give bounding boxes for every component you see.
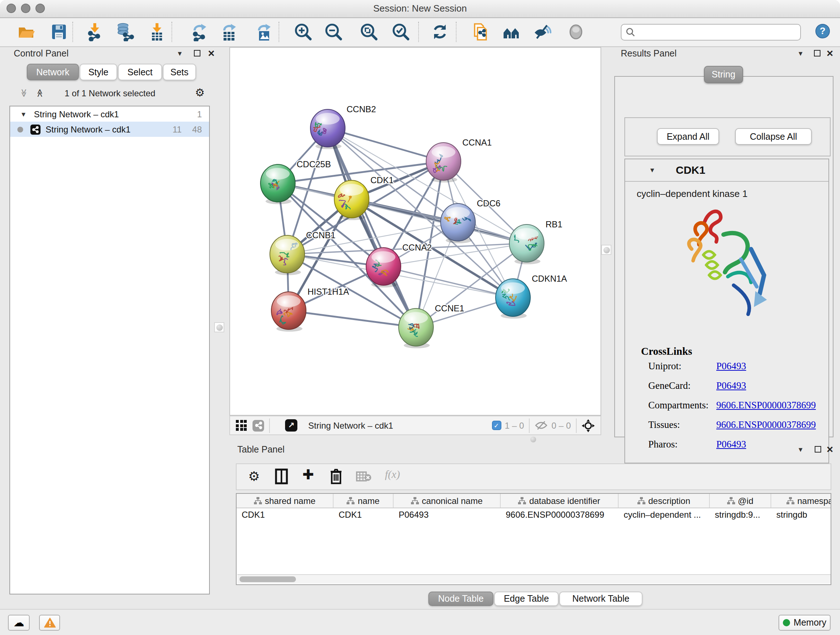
tab-network-table[interactable]: Network Table [559, 592, 643, 606]
search-input[interactable] [638, 25, 800, 40]
refresh-network-button[interactable] [430, 22, 450, 42]
new-network-from-selection-button[interactable] [470, 22, 491, 42]
export-image-button[interactable] [254, 22, 274, 42]
selection-status-text: 1 of 1 Network selected [9, 88, 210, 98]
export-table-button[interactable] [219, 22, 240, 42]
column-header--id[interactable]: @id [710, 494, 771, 508]
edge-HIST1H1A-CCNE1[interactable] [289, 310, 416, 327]
node-label-CCNB1: CCNB1 [306, 230, 335, 240]
export-network-button[interactable] [190, 22, 210, 42]
table-options-gear-icon[interactable]: ⚙ [248, 469, 260, 484]
left-splitter-handle[interactable] [214, 322, 224, 333]
zoom-fit-button[interactable] [359, 22, 379, 42]
column-header-description[interactable]: description [619, 494, 710, 508]
node-table[interactable]: shared namenamecanonical namedatabase id… [236, 493, 831, 585]
panel-float-icon[interactable] [194, 50, 201, 57]
memory-status-dot [783, 619, 790, 626]
grid-view-icon[interactable] [236, 420, 247, 431]
panel-close-icon[interactable]: ✕ [208, 49, 215, 59]
string-view-icon[interactable] [253, 420, 264, 431]
tab-string[interactable]: String [704, 66, 743, 83]
tab-style[interactable]: Style [80, 64, 117, 80]
open-in-browser-button[interactable]: ↗ [285, 419, 297, 432]
function-builder-icon: f(x) [385, 469, 400, 481]
node-RB1[interactable]: RB1 [509, 219, 562, 264]
snapshot-button[interactable] [566, 22, 586, 42]
network-view-title: String Network – cdk1 [308, 420, 393, 431]
panel-float-icon[interactable] [814, 50, 821, 57]
tab-sets[interactable]: Sets [163, 64, 196, 80]
tab-network[interactable]: Network [27, 64, 79, 80]
panel-close-icon[interactable]: ✕ [826, 49, 834, 59]
tab-edge-table[interactable]: Edge Table [494, 592, 559, 606]
memory-button[interactable]: Memory [778, 615, 831, 631]
network-row[interactable]: String Network – cdk1 11 48 [10, 122, 209, 137]
panel-float-icon[interactable] [815, 446, 821, 453]
toolbar-separator [418, 22, 419, 42]
hidden-eye-icon [535, 421, 548, 430]
main-toolbar: ? [0, 18, 840, 47]
tab-node-table[interactable]: Node Table [428, 592, 493, 606]
crosslink-link[interactable]: 9606.ENSP00000378699 [716, 400, 816, 411]
node-CDKN1A[interactable]: CDKN1A [496, 274, 567, 318]
table-row[interactable]: CDK1CDK1P064939606.ENSP00000378699cyclin… [237, 508, 831, 522]
crosslink-link[interactable]: P06493 [716, 361, 746, 372]
help-button[interactable]: ? [815, 24, 830, 38]
network-graph[interactable]: CCNB2CCNA1CDC25BCDK1CDC6RB1CCNB1CCNA2CDK… [230, 48, 600, 415]
node-HIST1H1A[interactable]: HIST1H1A [271, 287, 349, 332]
node-CDC6[interactable]: CDC6 [441, 198, 500, 243]
cloud-button[interactable]: ☁ [8, 615, 30, 631]
column-header-database-identifier[interactable]: database identifier [501, 494, 619, 508]
zoom-selected-icon [392, 22, 410, 41]
panel-collapse-icon[interactable]: ▼ [797, 50, 804, 57]
network-options-gear-icon[interactable]: ⚙ [195, 86, 205, 99]
first-neighbors-button[interactable] [501, 22, 522, 42]
graphics-details-button[interactable] [532, 22, 553, 42]
save-icon [49, 22, 68, 41]
panel-collapse-icon[interactable]: ▼ [177, 50, 183, 57]
import-network-button[interactable] [85, 22, 105, 42]
scrollbar-thumb[interactable] [240, 576, 296, 582]
network-canvas[interactable]: CCNB2CCNA1CDC25BCDK1CDC6RB1CCNB1CCNA2CDK… [229, 47, 601, 416]
column-header-namespace[interactable]: namespace [771, 494, 831, 508]
tab-select[interactable]: Select [118, 64, 162, 80]
column-header-shared-name[interactable]: shared name [237, 494, 333, 508]
birdseye-crosshair-icon[interactable] [582, 419, 595, 432]
panel-collapse-icon[interactable]: ▼ [797, 446, 804, 453]
column-header-name[interactable]: name [333, 494, 393, 508]
add-column-icon[interactable]: ✚ [302, 466, 314, 482]
section-expand-icon[interactable]: ▼ [649, 166, 655, 174]
zoom-in-button[interactable] [293, 22, 313, 42]
table-cell: 9606.ENSP00000378699 [501, 508, 619, 522]
gene-section-header[interactable]: ▼ CDK1 [625, 159, 829, 182]
open-session-button[interactable] [16, 22, 36, 42]
zoom-out-button[interactable] [324, 22, 344, 42]
selected-checkbox-icon[interactable]: ✓ [492, 421, 501, 430]
node-CDK1[interactable]: CDK1 [334, 175, 393, 220]
edge-CCNB2-CCNE1[interactable] [328, 128, 416, 327]
save-session-button[interactable] [49, 22, 69, 42]
show-columns-icon[interactable] [275, 469, 288, 485]
crosslink-link[interactable]: P06493 [716, 380, 746, 392]
import-table-button[interactable] [147, 22, 167, 42]
crosslink-link[interactable]: 9606.ENSP00000378699 [716, 419, 816, 431]
delete-column-icon[interactable] [330, 469, 342, 485]
column-header-canonical-name[interactable]: canonical name [393, 494, 501, 508]
application-window: Session: New Session [0, 0, 840, 635]
network-collection-row[interactable]: ▼ String Network – cdk1 1 [10, 106, 209, 122]
window-title: Session: New Session [0, 3, 840, 14]
import-database-button[interactable] [115, 22, 135, 42]
table-horizontal-scrollbar[interactable] [237, 574, 831, 584]
import-table-icon [148, 22, 166, 41]
warnings-button[interactable] [39, 615, 60, 631]
collapse-all-button[interactable]: Collapse All [735, 128, 812, 145]
right-splitter-handle[interactable] [601, 245, 611, 255]
bottom-splitter-handle[interactable] [528, 435, 538, 444]
expand-all-button[interactable]: Expand All [657, 128, 719, 145]
node-CCNA1[interactable]: CCNA1 [426, 138, 492, 182]
zoom-selected-button[interactable] [391, 22, 411, 42]
node-CCNE1[interactable]: CCNE1 [399, 303, 464, 348]
tree-expand-icon[interactable]: ▼ [20, 111, 27, 118]
node-label-CDC6: CDC6 [477, 198, 500, 208]
panel-close-icon[interactable]: ✕ [826, 445, 834, 455]
